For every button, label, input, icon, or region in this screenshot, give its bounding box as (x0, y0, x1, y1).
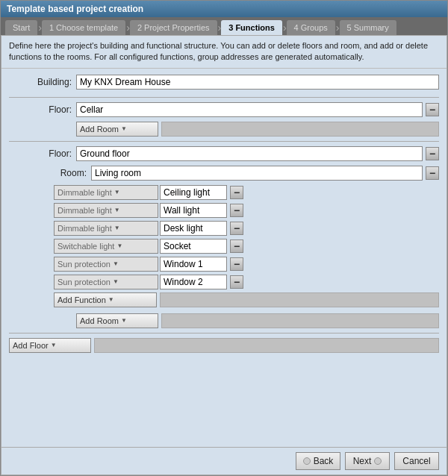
floor-remove-ground[interactable]: − (426, 147, 439, 160)
floor-label-ground: Floor: (9, 148, 76, 159)
tab-summary[interactable]: 5 Summary (340, 20, 396, 35)
building-label: Building: (9, 77, 76, 87)
room-row-living: Room: − (24, 166, 439, 181)
content-area: Define here the project's building and f… (1, 35, 447, 475)
cancel-button[interactable]: Cancel (394, 452, 439, 470)
add-function-label: Add Function (57, 295, 106, 304)
add-function-btn[interactable]: Add Function ▼ (54, 292, 157, 307)
function-row-3: Switchable light ▼ − (54, 239, 439, 254)
window-title: Template based project creation (7, 4, 143, 14)
title-bar: Template based project creation (1, 1, 447, 17)
tab-arrow-4: › (283, 22, 287, 34)
tab-project-properties-label: 2 Project Properties (137, 23, 210, 32)
cancel-label: Cancel (402, 456, 430, 466)
add-room-cellar-arrow: ▼ (121, 125, 127, 132)
separator-1 (9, 97, 439, 98)
function-remove-3[interactable]: − (230, 239, 243, 253)
function-type-label-2: Dimmable light (57, 224, 112, 233)
description-text: Define here the project's building and f… (1, 36, 447, 69)
cellar-gray-bar (161, 122, 439, 137)
add-room-ground-label: Add Room (80, 316, 119, 325)
room-name-living[interactable] (91, 166, 423, 181)
function-row-2: Dimmable light ▼ − (54, 221, 439, 236)
function-row-0: Dimmable light ▼ − (54, 185, 439, 200)
function-type-label-5: Sun protection (57, 278, 111, 286)
function-name-2[interactable] (160, 221, 227, 236)
room-label-living: Room: (24, 168, 91, 178)
function-type-4[interactable]: Sun protection ▼ (54, 257, 158, 272)
tab-choose-template[interactable]: 1 Choose template (42, 20, 125, 35)
function-row-5: Sun protection ▼ − (54, 275, 439, 289)
tab-groups-label: 4 Groups (294, 23, 328, 32)
function-remove-4[interactable]: − (230, 257, 243, 271)
add-room-ground-arrow: ▼ (121, 317, 127, 324)
building-row: Building: (9, 75, 439, 90)
next-circle (374, 457, 382, 465)
tab-choose-template-label: 1 Choose template (49, 23, 118, 32)
function-remove-2[interactable]: − (230, 222, 243, 235)
next-label: Next (353, 456, 372, 466)
function-type-label-1: Dimmable light (57, 206, 112, 215)
add-room-cellar-btn[interactable]: Add Room ▼ (76, 122, 158, 137)
main-window: Template based project creation Start › … (0, 0, 448, 476)
function-type-5[interactable]: Sun protection ▼ (54, 275, 158, 289)
function-row-1: Dimmable light ▼ − (54, 203, 439, 218)
floor-row-cellar: Floor: − (9, 102, 439, 117)
tab-project-properties[interactable]: 2 Project Properties (130, 20, 217, 35)
tab-groups[interactable]: 4 Groups (287, 20, 335, 35)
function-type-3[interactable]: Switchable light ▼ (54, 239, 158, 254)
ground-gray-bar (161, 313, 439, 328)
function-gray-bar (160, 292, 439, 307)
floor-name-ground[interactable] (76, 146, 423, 161)
wizard-tabs: Start › 1 Choose template › 2 Project Pr… (1, 17, 447, 35)
floor-label-cellar: Floor: (9, 104, 76, 115)
floor-section-ground: Floor: − Room: − Dimmable light ▼ (9, 146, 439, 328)
next-button[interactable]: Next (345, 452, 390, 470)
function-row-4: Sun protection ▼ − (54, 257, 439, 272)
building-input[interactable] (76, 75, 439, 90)
function-type-0[interactable]: Dimmable light ▼ (54, 185, 158, 200)
tab-start-label: Start (13, 23, 30, 32)
function-name-5[interactable] (160, 275, 227, 289)
add-floor-label: Add Floor (13, 341, 49, 350)
tab-functions-label: 3 Functions (228, 23, 275, 32)
function-type-label-3: Switchable light (57, 242, 114, 251)
floor-gray-bar (94, 338, 439, 353)
add-room-cellar-label: Add Room (80, 125, 119, 134)
separator-3 (9, 333, 439, 333)
function-type-label-0: Dimmable light (57, 188, 112, 197)
function-type-2[interactable]: Dimmable light ▼ (54, 221, 158, 236)
add-floor-btn[interactable]: Add Floor ▼ (9, 338, 91, 353)
back-circle (303, 457, 311, 465)
floor-section-cellar: Floor: − Add Room ▼ (9, 102, 439, 137)
floor-name-cellar[interactable] (76, 102, 423, 117)
scroll-area[interactable]: Building: Floor: − Add Room ▼ (1, 69, 447, 447)
separator-2 (9, 141, 439, 142)
function-name-3[interactable] (160, 239, 227, 254)
function-type-1[interactable]: Dimmable light ▼ (54, 203, 158, 218)
tab-start[interactable]: Start (5, 20, 37, 35)
back-button[interactable]: Back (296, 452, 340, 470)
function-name-0[interactable] (160, 185, 227, 200)
function-name-1[interactable] (160, 203, 227, 218)
floor-row-ground: Floor: − (9, 146, 439, 161)
tab-summary-label: 5 Summary (347, 23, 389, 32)
function-type-label-4: Sun protection (57, 260, 111, 269)
floor-remove-cellar[interactable]: − (426, 103, 439, 116)
add-floor-arrow: ▼ (51, 342, 57, 348)
function-remove-5[interactable]: − (230, 275, 243, 289)
function-remove-1[interactable]: − (230, 204, 243, 217)
add-room-ground-btn[interactable]: Add Room ▼ (76, 313, 158, 328)
bottom-bar: Back Next Cancel (1, 447, 447, 475)
tab-functions[interactable]: 3 Functions (221, 20, 282, 35)
back-label: Back (314, 456, 334, 466)
tab-arrow-5: › (336, 22, 340, 34)
function-remove-0[interactable]: − (230, 186, 243, 199)
function-name-4[interactable] (160, 257, 227, 272)
room-remove-living[interactable]: − (426, 166, 439, 180)
